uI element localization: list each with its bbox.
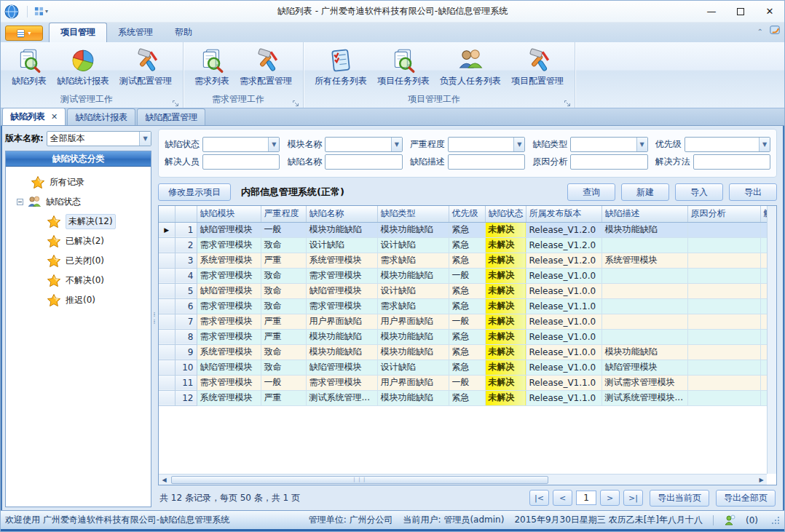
table-cell[interactable]: 模块功能缺陷 <box>601 222 687 237</box>
ribbon-tab-project[interactable]: 项目管理 <box>49 23 107 42</box>
row-selector[interactable] <box>159 344 175 360</box>
table-cell[interactable] <box>687 298 760 314</box>
table-row[interactable]: 2需求管理模块致命设计缺陷设计缺陷紧急未解决Release_V1.2.0 <box>159 237 767 253</box>
table-cell[interactable]: 缺陷管理模块 <box>197 360 261 375</box>
table-cell[interactable]: 测试系统管理模块... <box>601 390 687 405</box>
collapse-ribbon-icon[interactable]: ⌃ <box>757 28 763 36</box>
table-cell[interactable]: 模块功能缺陷 <box>377 344 449 360</box>
table-cell[interactable]: 测试需求管理模块 <box>601 375 687 390</box>
table-cell[interactable] <box>601 283 687 298</box>
export-all-pages-button[interactable]: 导出全部页 <box>716 490 776 507</box>
table-row[interactable]: 5缺陷管理模块致命缺陷管理模块设计缺陷紧急未解决Release_V1.0.0 <box>159 283 767 298</box>
modify-columns-button[interactable]: 修改显示项目 <box>158 183 231 201</box>
table-cell[interactable]: 模块功能缺陷 <box>377 222 449 237</box>
table-cell[interactable]: Release_V1.1.0 <box>526 298 601 314</box>
table-row[interactable]: 11需求管理模块一般需求管理模块用户界面缺陷一般未解决Release_V1.1.… <box>159 375 767 390</box>
table-cell[interactable]: 一般 <box>261 222 306 237</box>
table-row[interactable]: 7需求管理模块严重用户界面缺陷用户界面缺陷一般未解决Release_V1.0.0 <box>159 314 767 329</box>
table-cell[interactable] <box>687 283 760 298</box>
table-cell[interactable]: 测试系统管理... <box>306 390 377 405</box>
page-number-input[interactable] <box>576 491 596 505</box>
doc-tab-defect-list[interactable]: 缺陷列表 ✕ <box>2 108 66 125</box>
table-cell[interactable]: 未解决 <box>485 298 526 314</box>
table-cell[interactable]: Release_V1.2.0 <box>526 253 601 268</box>
table-cell[interactable]: 严重 <box>261 314 306 329</box>
table-cell[interactable]: 一般 <box>449 314 485 329</box>
row-selector[interactable] <box>159 253 175 268</box>
table-row[interactable]: 6需求管理模块致命需求管理模块需求缺陷紧急未解决Release_V1.1.0 <box>159 298 767 314</box>
filter-input[interactable] <box>448 154 525 170</box>
quick-access-toolbar-button[interactable]: ▾ <box>31 5 51 17</box>
filter-select[interactable]: ▼ <box>685 137 770 152</box>
table-cell[interactable] <box>687 375 760 390</box>
table-cell[interactable]: 紧急 <box>449 390 485 405</box>
table-cell[interactable] <box>760 314 767 329</box>
version-select[interactable]: 全部版本 ▼ <box>47 131 151 146</box>
table-cell[interactable] <box>760 283 767 298</box>
column-header[interactable]: 缺陷类型 <box>377 206 449 222</box>
minimize-button[interactable]: — <box>697 1 726 22</box>
table-cell[interactable]: Release_V1.1.0 <box>526 390 601 405</box>
table-cell[interactable]: 需求管理模块 <box>197 329 261 344</box>
table-cell[interactable]: 用户界面缺陷 <box>377 375 449 390</box>
table-cell[interactable]: Release_V1.0.0 <box>526 314 601 329</box>
table-cell[interactable] <box>601 237 687 253</box>
table-cell[interactable]: 紧急 <box>449 360 485 375</box>
table-cell[interactable]: 未解决 <box>485 375 526 390</box>
scroll-left-icon[interactable]: ◀ <box>159 475 170 485</box>
application-menu-button[interactable]: ▾ <box>5 25 43 41</box>
table-cell[interactable]: 致命 <box>261 360 306 375</box>
filter-input[interactable] <box>570 154 647 170</box>
table-cell[interactable] <box>760 298 767 314</box>
table-cell[interactable]: 缺陷管理模块 <box>197 283 261 298</box>
last-page-button[interactable]: >| <box>623 490 643 506</box>
table-cell[interactable] <box>687 237 760 253</box>
dialog-launcher-icon[interactable] <box>172 97 180 105</box>
table-cell[interactable]: 模块功能缺陷 <box>377 268 449 283</box>
table-cell[interactable]: 未解决 <box>485 253 526 268</box>
table-cell[interactable]: 用户界面缺陷 <box>377 314 449 329</box>
scrollbar-thumb[interactable]: ❘❘❘ <box>171 476 548 484</box>
tree-item[interactable]: 推迟(0) <box>7 290 149 310</box>
column-header[interactable]: 缺陷名称 <box>306 206 377 222</box>
ribbon-button[interactable]: 项目任务列表 <box>372 45 435 90</box>
ribbon-style-icon[interactable] <box>769 24 781 39</box>
row-selector[interactable] <box>159 360 175 375</box>
new-button[interactable]: 新建 <box>621 183 669 201</box>
table-cell[interactable]: Release_V1.2.0 <box>526 237 601 253</box>
table-cell[interactable]: 未解决 <box>485 222 526 237</box>
row-selector[interactable] <box>159 283 175 298</box>
table-cell[interactable]: 系统管理模块 <box>601 253 687 268</box>
table-cell[interactable]: 系统管理模块 <box>306 253 377 268</box>
tree-item[interactable]: 所有记录 <box>7 172 149 192</box>
table-cell[interactable] <box>687 222 760 237</box>
table-cell[interactable]: 模块功能缺陷 <box>306 344 377 360</box>
row-selector[interactable]: ▶ <box>159 222 175 237</box>
table-cell[interactable]: 模块功能缺陷 <box>306 329 377 344</box>
row-selector[interactable] <box>159 314 175 329</box>
table-cell[interactable]: Release_V1.0.0 <box>526 329 601 344</box>
table-cell[interactable]: 未解决 <box>485 390 526 405</box>
chevron-down-icon[interactable]: ▼ <box>636 138 647 151</box>
row-selector[interactable] <box>159 268 175 283</box>
table-cell[interactable]: 需求管理模块 <box>197 375 261 390</box>
table-cell[interactable] <box>687 268 760 283</box>
table-cell[interactable]: Release_V1.1.0 <box>526 375 601 390</box>
collapse-icon[interactable] <box>17 199 23 205</box>
table-cell[interactable]: 需求缺陷 <box>377 253 449 268</box>
table-cell[interactable] <box>760 375 767 390</box>
table-cell[interactable]: 紧急 <box>449 298 485 314</box>
doc-tab-defect-config[interactable]: 缺陷配置管理 <box>137 108 205 125</box>
table-cell[interactable]: 需求管理模块 <box>197 314 261 329</box>
table-cell[interactable]: 致命 <box>261 344 306 360</box>
row-selector[interactable] <box>159 237 175 253</box>
ribbon-button[interactable]: 所有任务列表 <box>309 45 372 90</box>
table-cell[interactable]: 紧急 <box>449 253 485 268</box>
table-cell[interactable] <box>760 253 767 268</box>
ribbon-button[interactable]: 缺陷统计报表 <box>52 45 114 90</box>
table-cell[interactable] <box>687 360 760 375</box>
resize-grip[interactable] <box>771 516 780 525</box>
table-cell[interactable]: 未解决 <box>485 237 526 253</box>
table-cell[interactable] <box>760 268 767 283</box>
table-cell[interactable] <box>687 390 760 405</box>
